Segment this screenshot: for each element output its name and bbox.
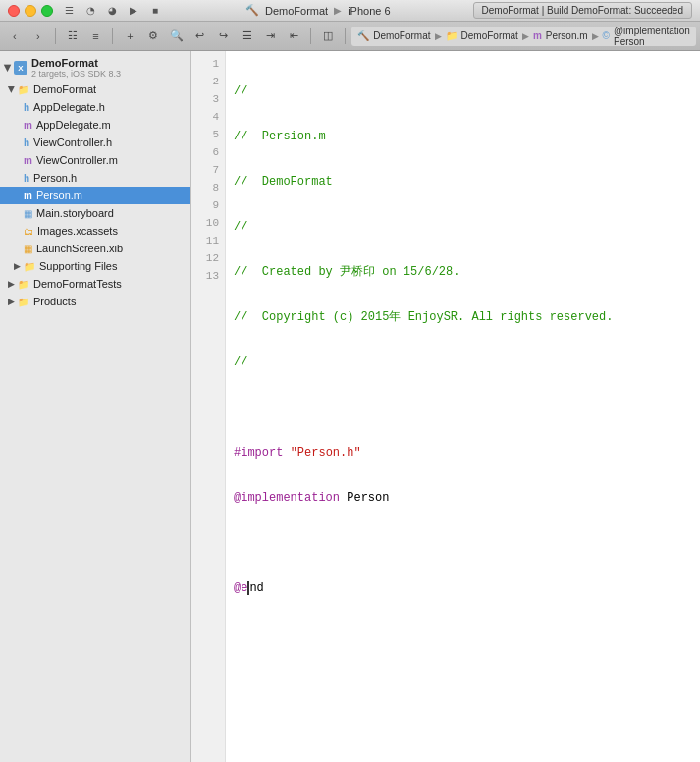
title-bar-icons: ☰ ◔ ◕ ▶ ■ xyxy=(61,3,163,19)
stop-button[interactable]: ■ xyxy=(147,3,163,19)
tests-arrow: ▶ xyxy=(8,279,15,289)
keyword: @e xyxy=(234,581,247,595)
add-button[interactable]: + xyxy=(119,26,140,47)
line-num-6: 6 xyxy=(191,143,225,161)
indent-btn[interactable]: ⇥ xyxy=(260,26,282,47)
file-label: ViewController.m xyxy=(36,154,118,166)
line-num-8: 8 xyxy=(191,179,225,196)
sidebar-item-demofmt-folder[interactable]: ▶ 📁 DemoFormat xyxy=(0,81,190,98)
project-arrow: ▶ xyxy=(3,65,13,72)
undo-button[interactable]: ↩ xyxy=(189,26,211,47)
bc-folder-name[interactable]: DemoFormat xyxy=(461,30,518,41)
xib-icon: ▦ xyxy=(24,244,32,254)
sidebar-item-images-xcassets[interactable]: 🗂 Images.xcassets xyxy=(0,222,190,240)
breadcrumb-bar: 🔨 DemoFormat ▶ 📁 DemoFormat ▶ m Person.m… xyxy=(351,27,696,46)
keyword: #import xyxy=(234,446,283,460)
code-line-12: @end xyxy=(234,579,700,597)
line-num-2: 2 xyxy=(191,73,225,90)
sidebar-item-products[interactable]: ▶ 📁 Products xyxy=(0,293,190,310)
settings-button[interactable]: ⚙ xyxy=(142,26,164,47)
bc-project[interactable]: DemoFormat xyxy=(373,30,430,41)
grid-view-button[interactable]: ☷ xyxy=(62,26,83,47)
bc-file-icon: m xyxy=(533,30,542,41)
sidebar-item-person-m[interactable]: m Person.m xyxy=(0,187,190,204)
minimize-button[interactable] xyxy=(25,5,36,17)
sidebar-item-mainstoryboard[interactable]: ▦ Main.storyboard xyxy=(0,204,190,222)
sidebar-item-appdelegate-m[interactable]: m AppDelegate.m xyxy=(0,116,190,134)
line-num-13: 13 xyxy=(191,267,225,285)
file-label: LaunchScreen.xib xyxy=(36,243,123,254)
outdent-btn[interactable]: ⇤ xyxy=(283,26,304,47)
file-label: AppDelegate.m xyxy=(36,119,111,131)
code-content: // // Persion.m // DemoFormat // // Crea… xyxy=(226,51,700,762)
line-num-5: 5 xyxy=(191,126,225,143)
bc-symbol[interactable]: @implementation Person xyxy=(614,26,690,47)
traffic-lights xyxy=(8,5,53,17)
editor-area[interactable]: 1 2 3 4 5 6 7 8 9 10 11 12 13 // // Pers… xyxy=(191,51,700,762)
icon2[interactable]: ◔ xyxy=(82,3,98,19)
folder-label: DemoFormat xyxy=(33,83,96,95)
separator2 xyxy=(112,28,113,44)
search-button[interactable]: 🔍 xyxy=(166,26,188,47)
forward-button[interactable]: › xyxy=(27,26,49,47)
sf-arrow: ▶ xyxy=(14,261,21,271)
play-button[interactable]: ▶ xyxy=(126,3,141,19)
line-num-11: 11 xyxy=(191,232,225,249)
sidebar-item-person-h[interactable]: h Person.h xyxy=(0,169,190,187)
folder-icon: 📁 xyxy=(24,261,35,272)
app-icon: 🔨 xyxy=(245,4,259,17)
file-label: ViewController.h xyxy=(33,136,112,148)
comment: // DemoFormat xyxy=(234,175,333,189)
sidebar-item-appdelegate-h[interactable]: h AppDelegate.h xyxy=(0,98,190,116)
icon3[interactable]: ◕ xyxy=(104,3,120,19)
h-icon: h xyxy=(24,137,29,148)
h-icon: h xyxy=(24,102,29,113)
redo-button[interactable]: ↪ xyxy=(213,26,235,47)
columns-btn[interactable]: ◫ xyxy=(317,26,339,47)
sidebar-item-launchscreen-xib[interactable]: ▦ LaunchScreen.xib xyxy=(0,240,190,257)
file-label: Main.storyboard xyxy=(36,207,114,219)
h-icon: h xyxy=(24,173,29,184)
sidebar-item-demofmttests[interactable]: ▶ 📁 DemoFormatTests xyxy=(0,275,190,293)
bc-file[interactable]: Person.m xyxy=(546,30,588,41)
code-line-11 xyxy=(234,534,700,552)
maximize-button[interactable] xyxy=(41,5,53,17)
back-button[interactable]: ‹ xyxy=(4,26,26,47)
toolbar: ‹ › ☷ ≡ + ⚙ 🔍 ↩ ↪ ☰ ⇥ ⇤ ◫ 🔨 DemoFormat ▶… xyxy=(0,22,700,51)
device-name: iPhone 6 xyxy=(348,5,390,17)
code-line-7: // xyxy=(234,354,700,371)
code-line-9: #import "Person.h" xyxy=(234,444,700,462)
code-line-1: // xyxy=(234,82,700,100)
line-num-4: 4 xyxy=(191,108,225,126)
line-numbers: 1 2 3 4 5 6 7 8 9 10 11 12 13 xyxy=(191,51,226,762)
comment: // xyxy=(234,355,247,369)
m-icon: m xyxy=(24,155,32,166)
line-num-1: 1 xyxy=(191,55,225,73)
sidebar: ▶ X DemoFormat 2 targets, iOS SDK 8.3 ▶ … xyxy=(0,51,191,762)
bc-sep3: ▶ xyxy=(592,31,599,41)
m-icon: m xyxy=(24,190,32,201)
sidebar-item-viewcontroller-m[interactable]: m ViewController.m xyxy=(0,151,190,169)
plain: Person xyxy=(340,491,389,505)
build-status: DemoFormat | Build DemoFormat: Succeeded xyxy=(473,2,692,19)
sidebar-item-viewcontroller-h[interactable]: h ViewController.h xyxy=(0,134,190,151)
separator4 xyxy=(345,28,346,44)
code-line-5: // Created by 尹桥印 on 15/6/28. xyxy=(234,263,700,281)
bc-sep1: ▶ xyxy=(435,31,442,41)
sidebar-toggle-icon[interactable]: ☰ xyxy=(61,3,77,19)
folder-label: DemoFormatTests xyxy=(33,278,122,290)
line-num-7: 7 xyxy=(191,161,225,179)
close-button[interactable] xyxy=(8,5,20,17)
title-bar-left: ☰ ◔ ◕ ▶ ■ xyxy=(8,3,163,19)
bc-folder[interactable]: 📁 xyxy=(446,30,458,41)
bc-sep2: ▶ xyxy=(522,31,529,41)
comment: // Created by 尹桥印 on 15/6/28. xyxy=(234,265,459,279)
project-root[interactable]: ▶ X DemoFormat 2 targets, iOS SDK 8.3 xyxy=(0,55,190,81)
list-view-button[interactable]: ≡ xyxy=(85,26,107,47)
xcassets-icon: 🗂 xyxy=(24,226,33,237)
m-icon: m xyxy=(24,120,32,131)
line-num-10: 10 xyxy=(191,214,225,232)
sidebar-item-supporting-files[interactable]: ▶ 📁 Supporting Files xyxy=(0,257,190,275)
list-btn[interactable]: ☰ xyxy=(237,26,258,47)
folder-label: Products xyxy=(33,296,76,307)
